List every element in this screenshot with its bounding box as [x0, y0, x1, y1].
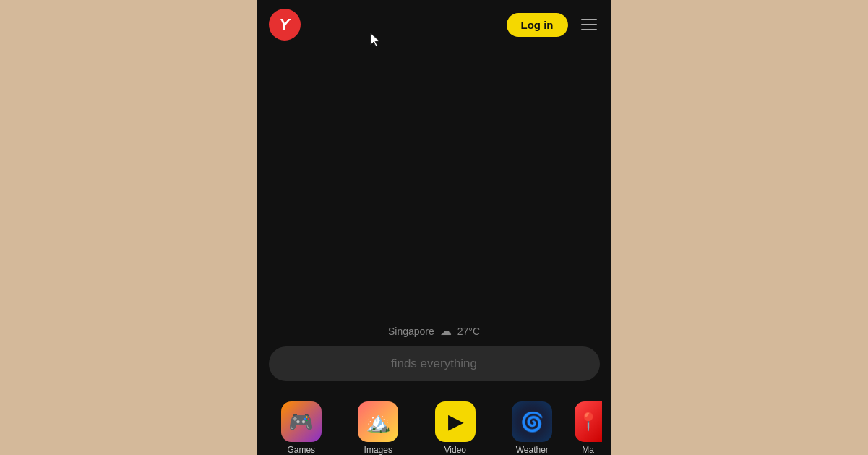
- header: Y Log in: [257, 0, 611, 49]
- video-item[interactable]: ▶ Video: [417, 401, 494, 455]
- weather-app-label: Weather: [516, 445, 549, 455]
- menu-icon[interactable]: [578, 16, 600, 33]
- weather-app-icon: 🌀: [512, 401, 552, 442]
- weather-spiral-icon: 🌀: [520, 411, 543, 433]
- weather-location: Singapore: [388, 326, 434, 337]
- video-icon: ▶: [435, 401, 476, 442]
- menu-line-1: [581, 19, 597, 20]
- weather-row: Singapore ☁ 27°C: [257, 324, 611, 338]
- games-item[interactable]: 🎮 Games: [263, 401, 340, 455]
- weather-temperature: 27°C: [457, 326, 480, 337]
- images-label: Images: [364, 445, 392, 455]
- images-emoji: 🏔️: [366, 410, 391, 434]
- map-item[interactable]: 📍 Ma: [571, 401, 606, 455]
- map-icon: 📍: [575, 401, 602, 442]
- yandex-logo[interactable]: Y: [269, 9, 301, 41]
- menu-line-2: [581, 24, 597, 25]
- images-icon: 🏔️: [358, 401, 398, 442]
- yandex-logo-letter: Y: [279, 17, 290, 33]
- phone-screen: Y Log in Singapore ☁ 27°C finds everythi…: [257, 0, 611, 455]
- weather-cloud-icon: ☁: [440, 324, 452, 338]
- map-emoji: 📍: [577, 412, 599, 432]
- header-right: Log in: [507, 13, 600, 37]
- video-play-symbol: ▶: [448, 411, 463, 433]
- games-icon: 🎮: [281, 401, 322, 442]
- login-button[interactable]: Log in: [507, 13, 568, 37]
- search-placeholder-text: finds everything: [283, 357, 585, 371]
- images-item[interactable]: 🏔️ Images: [340, 401, 417, 455]
- menu-line-3: [581, 29, 597, 30]
- games-label: Games: [287, 445, 315, 455]
- bottom-icons-row: 🎮 Games 🏔️ Images ▶ Video 🌀 Weather 📍: [257, 393, 611, 455]
- video-label: Video: [444, 445, 466, 455]
- main-area: Singapore ☁ 27°C finds everything: [257, 49, 611, 393]
- search-bar[interactable]: finds everything: [269, 346, 600, 381]
- right-panel: [611, 0, 869, 455]
- games-emoji: 🎮: [288, 410, 314, 434]
- map-label: Ma: [582, 445, 594, 455]
- left-panel: [0, 0, 257, 455]
- weather-app-item[interactable]: 🌀 Weather: [494, 401, 571, 455]
